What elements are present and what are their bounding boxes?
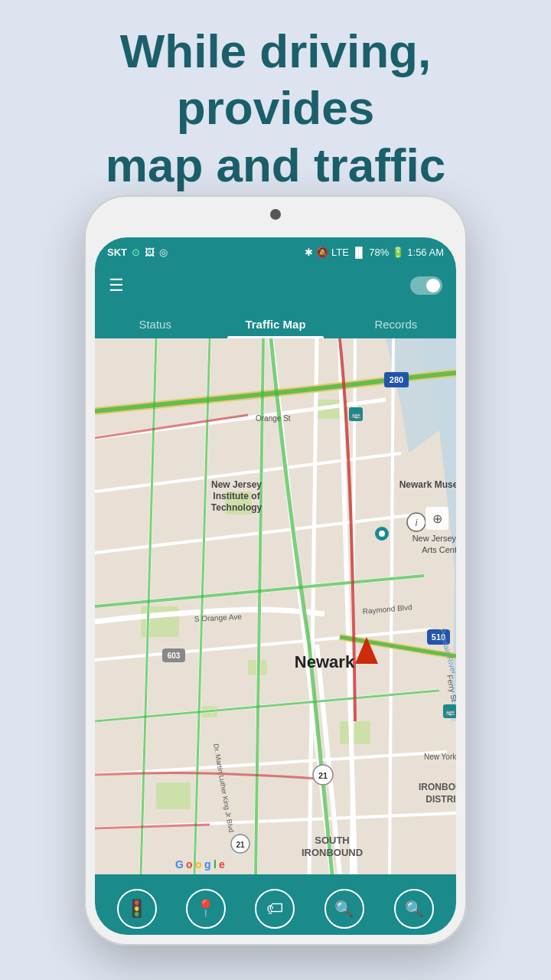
- phone-frame: SKT ⊙ 🖼 ◎ ✱ 🔕 LTE ▐▌ 78% 🔋 1:56 AM ☰: [84, 195, 467, 946]
- signal-bars: ▐▌: [352, 247, 366, 258]
- svg-text:IRONBOUND: IRONBOUND: [302, 847, 363, 858]
- tab-traffic-map[interactable]: Traffic Map: [215, 318, 335, 338]
- nav-zoom-out[interactable]: 🔍 Zoom out: [323, 889, 365, 936]
- svg-text:IRONBOUND: IRONBOUND: [419, 782, 456, 792]
- svg-text:New Jersey: New Jersey: [211, 479, 262, 490]
- svg-rect-5: [340, 721, 370, 744]
- gps-icon: ⊙: [132, 247, 140, 258]
- svg-text:Newark Museum: Newark Museum: [399, 479, 456, 490]
- svg-text:21: 21: [318, 771, 328, 780]
- bottom-nav: 🚦 Traffic 📍 Land- 🏷 Labels 🔍: [95, 874, 456, 935]
- bluetooth-icon: ✱: [305, 247, 313, 258]
- nav-zoom-in-label: Zoom in: [396, 933, 432, 936]
- svg-text:l: l: [214, 858, 217, 871]
- hamburger-menu[interactable]: ☰: [109, 276, 124, 296]
- time-label: 1:56 AM: [407, 247, 444, 258]
- phone-screen: SKT ⊙ 🖼 ◎ ✱ 🔕 LTE ▐▌ 78% 🔋 1:56 AM ☰: [95, 237, 456, 935]
- camera-notch: [270, 209, 281, 220]
- status-right: ✱ 🔕 LTE ▐▌ 78% 🔋 1:56 AM: [305, 247, 444, 258]
- labels-icon-circle: 🏷: [255, 889, 295, 929]
- map-area[interactable]: 280 510 603 21 21 🚌 i: [95, 338, 456, 874]
- traffic-icon: 🚦: [126, 899, 147, 919]
- svg-text:e: e: [219, 858, 225, 871]
- settings-icon: ◎: [159, 247, 168, 258]
- zoom-out-icon: 🔍: [334, 900, 354, 918]
- svg-text:o: o: [186, 858, 193, 871]
- svg-text:New Jersey Perf: New Jersey Perf: [412, 534, 456, 543]
- svg-text:Institute of: Institute of: [213, 491, 260, 501]
- landmark-icon: 📍: [195, 899, 216, 919]
- svg-text:🚌: 🚌: [445, 707, 455, 717]
- nav-labels[interactable]: 🏷 Labels: [255, 889, 295, 936]
- svg-rect-6: [156, 782, 191, 809]
- nav-landmark[interactable]: 📍 Land-: [186, 889, 226, 936]
- status-left: SKT ⊙ 🖼 ◎: [107, 247, 168, 258]
- battery-icon: 🔋: [392, 247, 404, 258]
- toggle-knob: [426, 279, 440, 292]
- svg-text:⊕: ⊕: [432, 512, 442, 525]
- nav-landmark-label: Land-: [193, 933, 218, 936]
- labels-icon: 🏷: [266, 899, 283, 919]
- carrier-label: SKT: [107, 247, 127, 258]
- svg-text:Orange St: Orange St: [256, 414, 291, 423]
- svg-text:DISTRICT: DISTRICT: [425, 794, 456, 805]
- tab-bar: Status Traffic Map Records: [95, 305, 456, 338]
- traffic-map-svg: 280 510 603 21 21 🚌 i: [95, 338, 456, 874]
- nav-traffic[interactable]: 🚦 Traffic: [117, 889, 157, 936]
- image-icon: 🖼: [145, 247, 155, 258]
- svg-text:280: 280: [390, 375, 403, 384]
- landmark-icon-circle: 📍: [186, 889, 226, 929]
- zoom-out-icon-circle: 🔍: [324, 889, 364, 929]
- nav-traffic-label: Traffic: [123, 933, 150, 936]
- svg-text:G: G: [175, 858, 184, 871]
- tab-records[interactable]: Records: [336, 318, 456, 338]
- svg-text:Newark: Newark: [295, 652, 355, 671]
- zoom-in-icon: 🔍: [405, 900, 424, 918]
- mute-icon: 🔕: [316, 247, 328, 258]
- svg-point-48: [379, 531, 385, 537]
- nav-labels-label: Labels: [259, 933, 289, 936]
- nav-zoom-out-label: Zoom out: [323, 933, 365, 936]
- battery-label: 78%: [369, 247, 389, 258]
- svg-text:i: i: [416, 518, 418, 528]
- lte-label: LTE: [331, 247, 349, 258]
- app-toolbar: ☰: [95, 266, 456, 305]
- toggle-switch[interactable]: [410, 276, 442, 295]
- svg-text:New York Ave: New York Ave: [424, 753, 456, 761]
- status-bar: SKT ⊙ 🖼 ◎ ✱ 🔕 LTE ▐▌ 78% 🔋 1:56 AM: [95, 237, 456, 266]
- svg-text:SOUTH: SOUTH: [315, 835, 350, 846]
- tab-status[interactable]: Status: [95, 318, 215, 338]
- svg-text:🚌: 🚌: [351, 410, 361, 420]
- nav-zoom-in[interactable]: 🔍 Zoom in: [394, 889, 434, 936]
- svg-text:21: 21: [236, 841, 245, 849]
- svg-text:Technology: Technology: [211, 502, 262, 513]
- svg-text:o: o: [195, 858, 202, 871]
- traffic-icon-circle: 🚦: [117, 889, 157, 929]
- zoom-in-icon-circle: 🔍: [394, 889, 434, 929]
- svg-text:g: g: [204, 858, 211, 871]
- svg-text:603: 603: [168, 652, 181, 660]
- svg-text:Arts Center: Arts Center: [422, 545, 456, 554]
